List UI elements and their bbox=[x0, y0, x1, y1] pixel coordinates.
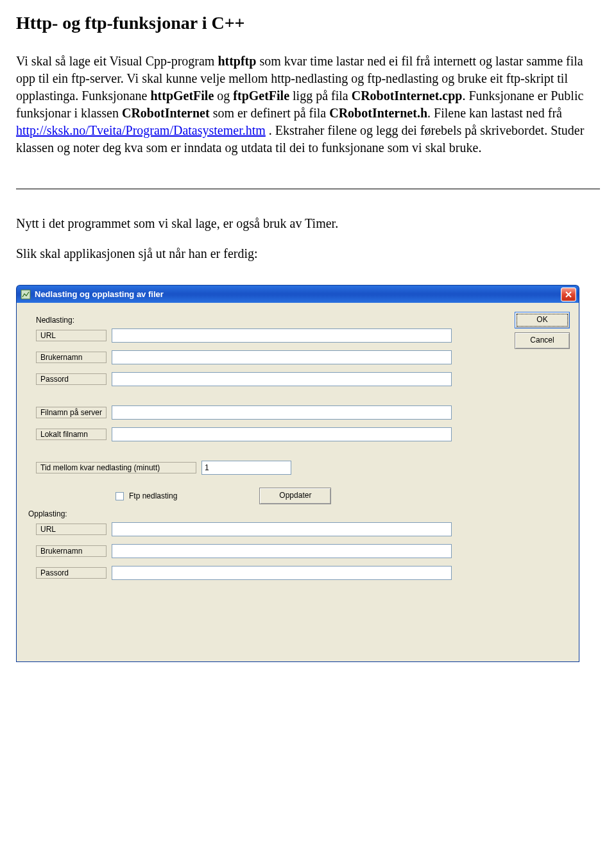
lokalt-filnamn-input[interactable] bbox=[112, 427, 452, 441]
tid-mellom-input[interactable] bbox=[201, 461, 291, 475]
text: Vi skal så lage eit Visual Cpp-program bbox=[16, 54, 218, 68]
text: . bbox=[427, 106, 431, 120]
close-icon[interactable] bbox=[561, 287, 576, 302]
brukernamn-input-2[interactable] bbox=[112, 544, 452, 558]
bold: CRobotInternet bbox=[122, 106, 210, 120]
url-input[interactable] bbox=[112, 328, 452, 343]
window-title: Nedlasting og opplasting av filer bbox=[35, 289, 561, 299]
passord-input-2[interactable] bbox=[112, 566, 452, 580]
filnamn-server-input[interactable] bbox=[112, 405, 452, 420]
download-link[interactable]: http://sksk.no/Tveita/Program/Datasystem… bbox=[16, 123, 266, 137]
label-tid-mellom: Tid mellom kvar nedlasting (minutt) bbox=[36, 462, 196, 473]
passord-input[interactable] bbox=[112, 372, 452, 386]
label-brukernamn: Brukernamn bbox=[36, 352, 107, 363]
label-url-2: URL bbox=[36, 524, 107, 535]
url-input-2[interactable] bbox=[112, 522, 452, 536]
paragraph-4: Slik skal applikasjonen sjå ut når han e… bbox=[16, 245, 600, 262]
text: Filene kan lastast ned frå bbox=[434, 106, 562, 120]
paragraph-1: Vi skal så lage eit Visual Cpp-program h… bbox=[16, 53, 600, 157]
bold: ftpGetFile bbox=[233, 89, 289, 103]
separator bbox=[16, 189, 600, 189]
ftp-nedlasting-checkbox[interactable] bbox=[116, 492, 124, 500]
dialog-window: Nedlasting og opplasting av filer OK Can… bbox=[16, 285, 579, 662]
label-lokalt-filnamn: Lokalt filnamn bbox=[36, 429, 107, 440]
bold: httpftp bbox=[218, 54, 256, 68]
text: og bbox=[214, 89, 233, 103]
bold: httpGetFile bbox=[150, 89, 214, 103]
cancel-button[interactable]: Cancel bbox=[515, 332, 570, 349]
label-filnamn-server: Filnamn på server bbox=[36, 407, 107, 418]
svg-rect-0 bbox=[21, 290, 30, 299]
section-nedlasting: Nedlasting: bbox=[36, 316, 570, 325]
paragraph-3: Nytt i det programmet som vi skal lage, … bbox=[16, 215, 600, 232]
text: som er definert på fila bbox=[210, 106, 330, 120]
app-icon bbox=[21, 289, 31, 300]
bold: CRobotInternet.h bbox=[329, 106, 427, 120]
label-passord-2: Passord bbox=[36, 567, 107, 579]
section-opplasting: Opplasting: bbox=[28, 509, 570, 518]
titlebar[interactable]: Nedlasting og opplasting av filer bbox=[16, 285, 579, 303]
oppdater-button[interactable]: Oppdater bbox=[259, 488, 331, 504]
label-brukernamn-2: Brukernamn bbox=[36, 545, 107, 557]
label-url: URL bbox=[36, 330, 107, 341]
ok-button[interactable]: OK bbox=[515, 312, 570, 328]
dialog-body: OK Cancel Nedlasting: URL Brukernamn Pas… bbox=[16, 303, 579, 662]
bold: CRobotInternet.cpp bbox=[352, 89, 463, 103]
label-passord: Passord bbox=[36, 373, 107, 385]
page-title: Http- og ftp-funksjonar i C++ bbox=[16, 13, 600, 33]
brukernamn-input[interactable] bbox=[112, 350, 452, 364]
ftp-nedlasting-label: Ftp nedlasting bbox=[129, 491, 177, 500]
text: ligg på fila bbox=[289, 89, 352, 103]
